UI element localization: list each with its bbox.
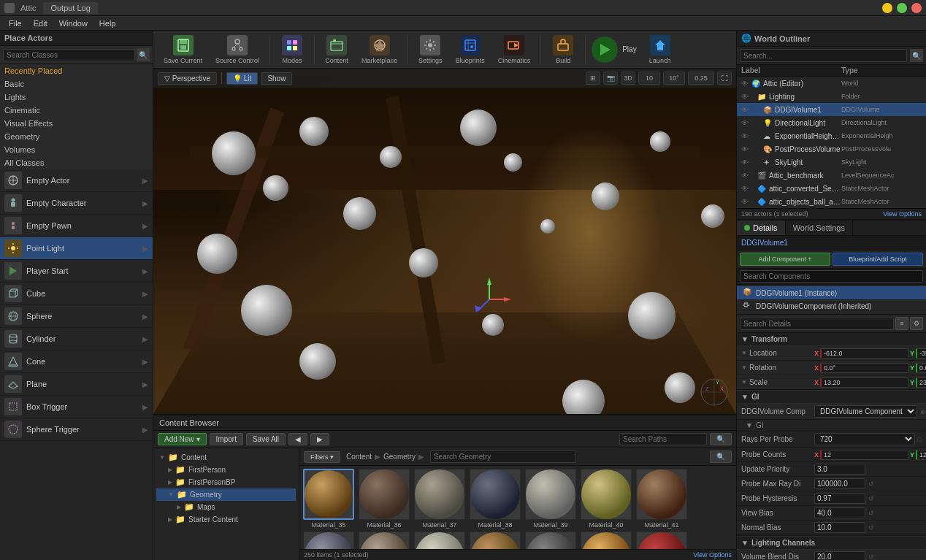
details-view-icon-2[interactable]: ⚙ [910,317,923,330]
show-button[interactable]: Show [261,72,292,85]
asset-material-36[interactable]: Material_36 [358,469,410,529]
actor-cube[interactable]: Cube ▶ [0,283,153,305]
scale-y-input[interactable] [916,377,926,388]
minimize-button[interactable] [882,3,892,13]
outliner-item-skylight[interactable]: 👁 ☀ SkyLight SkyLight [737,156,926,169]
view-bias-input[interactable] [814,507,865,518]
search-components-input[interactable] [740,270,923,283]
play-button[interactable] [592,37,618,63]
import-button[interactable]: Import [210,433,243,445]
path-search-input[interactable] [619,433,707,445]
normal-bias-input[interactable] [814,522,865,533]
tree-item-content[interactable]: ▼ 📁 Content [156,451,296,464]
gi-component-dropdown[interactable]: DDGIVolume Component [814,405,917,418]
asset-search-button[interactable]: 🔍 [710,450,732,463]
asset-material-46[interactable]: Material_46 [524,532,577,549]
tab-world-settings[interactable]: World Settings [786,220,853,235]
outliner-item-directional[interactable]: 👁 💡 DirectionalLight DirectionalLight [737,116,926,129]
asset-material-39[interactable]: Material_39 [524,469,577,529]
filters-button[interactable]: Filters ▾ [304,451,340,463]
world-outliner-view-options[interactable]: View Options [883,210,922,218]
asset-material-48[interactable]: Material_48 [635,532,688,549]
vp-icon-grid[interactable]: ⊞ [586,72,600,85]
asset-material-44[interactable]: Material_44 [413,532,466,549]
rotation-x-input[interactable] [820,363,908,373]
vp-icon-camera[interactable]: 📷 [603,72,618,85]
lit-button[interactable]: 💡 Lit [226,72,258,85]
search-button[interactable]: 🔍 [137,48,150,61]
asset-material-35[interactable]: Material_35 [302,469,355,529]
save-current-button[interactable]: Save Current [159,33,207,66]
volume-blend-input[interactable] [814,551,865,560]
build-button[interactable]: Build [547,33,579,66]
outliner-item-lighting[interactable]: 👁 📁 Lighting Folder [737,90,926,103]
probe-y-input[interactable] [916,450,926,460]
actor-plane[interactable]: Plane ▶ [0,373,153,396]
source-control-button[interactable]: Source Control [211,33,264,66]
tab-output-log[interactable]: Output Log [43,2,97,14]
outliner-item-benchmark[interactable]: 👁 🎬 Attic_benchmark LevelSequenceAc [737,169,926,182]
scale-x-input[interactable] [820,377,908,388]
gi-section-header[interactable]: ▼ GI [737,391,926,404]
tree-item-maps[interactable]: ▶ 📁 Maps [156,501,296,513]
tab-details[interactable]: Details [737,220,786,235]
menu-edit[interactable]: Edit [28,18,53,29]
cinematics-button[interactable]: Cinematics [494,33,535,66]
asset-material-47[interactable]: Material_47 [580,532,632,549]
category-cinematic[interactable]: Cinematic [0,104,153,117]
asset-material-37[interactable]: Material_37 [413,469,466,529]
category-all-classes[interactable]: All Classes [0,156,153,169]
vp-maximize[interactable]: ⛶ [717,72,732,85]
menu-help[interactable]: Help [93,18,122,29]
outliner-item-ball-attic[interactable]: 👁 🔷 attic_objects_ball_attic StaticMeshA… [737,195,926,208]
tree-item-geometry[interactable]: ▼ 📁 Geometry [156,488,296,501]
component-ddgi-inherited[interactable]: ⚙ DDGIVolumeComponent (Inherited) [737,299,926,312]
probe-x-input[interactable] [820,450,908,460]
actor-player-start[interactable]: Player Start ▶ [0,260,153,283]
actor-cylinder[interactable]: Cylinder ▶ [0,328,153,350]
asset-material-43[interactable]: Material_43 [358,532,410,549]
actor-box-trigger[interactable]: Box Trigger ▶ [0,396,153,418]
location-y-input[interactable] [916,348,926,358]
gi-sub-header[interactable]: ▼ GI [737,420,926,431]
asset-material-38[interactable]: Material_38 [469,469,521,529]
outliner-search-input[interactable] [740,49,907,62]
details-view-icon-1[interactable]: ≡ [895,317,908,330]
category-volumes[interactable]: Volumes [0,143,153,156]
tree-item-firstperson[interactable]: ▶ 📁 FirstPerson [156,464,296,476]
category-recently-placed[interactable]: Recently Placed [0,64,153,77]
add-new-button[interactable]: Add New ▾ [158,433,207,445]
outliner-item-ddgi[interactable]: 👁 📦 DDGIVolume1 DDGIVolume [737,103,926,116]
asset-material-41[interactable]: Material_41 [635,469,688,529]
details-search-input[interactable] [740,318,894,330]
gi-component-btn[interactable]: ⊕ [920,408,926,415]
outliner-item-attic-editor[interactable]: 👁 🌍 Attic (Editor) World [737,77,926,90]
view-options-link[interactable]: View Options [693,551,732,559]
perspective-button[interactable]: ▽ Perspective [158,72,217,85]
menu-window[interactable]: Window [53,18,93,29]
rays-per-probe-dropdown[interactable]: 720 [814,433,915,445]
category-lights[interactable]: Lights [0,91,153,104]
update-priority-input[interactable] [814,464,865,475]
vp-icon-3d[interactable]: 3D [621,72,635,85]
category-basic[interactable]: Basic [0,77,153,91]
transform-section-header[interactable]: ▼ Transform [737,333,926,346]
probe-hysteresis-input[interactable] [814,493,865,504]
nav-back-button[interactable]: ◀ [288,433,307,445]
maximize-button[interactable] [897,3,907,13]
search-classes-input[interactable] [3,49,135,61]
blueprint-add-script-button[interactable]: Blueprint/Add Script [833,253,923,266]
tree-item-starter[interactable]: ▶ 📁 Starter Content [156,513,296,526]
viewport-area[interactable]: ▽ Perspective 💡 Lit Show ⊞ 📷 3D 10 10° 0… [153,69,736,414]
settings-button[interactable]: Settings [414,33,447,66]
actor-point-light[interactable]: Point Light ▶ [0,237,153,260]
blueprints-button[interactable]: Blueprints [451,33,489,66]
modes-button[interactable]: Modes [276,33,308,66]
outliner-item-fog[interactable]: 👁 ☁ ExponentialHeightFog ExponentialHeig… [737,129,926,142]
vp-scale-snap[interactable]: 0.25 [688,72,714,85]
path-search-button[interactable]: 🔍 [710,433,732,445]
probe-max-ray-input[interactable] [814,478,865,489]
actor-empty-character[interactable]: Empty Character ▶ [0,192,153,215]
asset-material-45[interactable]: Material_45 [469,532,521,549]
location-x-input[interactable] [820,348,908,358]
